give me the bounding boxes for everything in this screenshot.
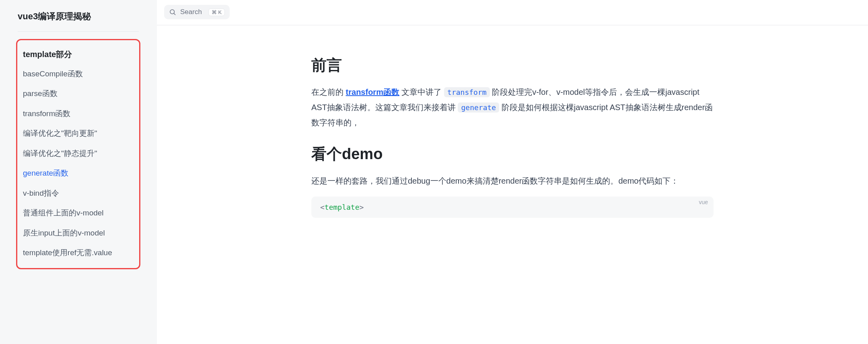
svg-line-1	[174, 13, 175, 14]
sidebar-item-component-v-model[interactable]: 普通组件上面的v-model	[19, 203, 138, 223]
heading-preface: 前言	[311, 55, 714, 76]
sidebar-item-base-compile[interactable]: baseCompile函数	[19, 64, 138, 84]
code-tag-name: template	[325, 203, 360, 211]
code-angle-open: <	[320, 203, 325, 211]
code-angle-close: >	[360, 203, 364, 211]
code-line: <template>	[320, 203, 705, 211]
sidebar: vue3编译原理揭秘 template部分 baseCompile函数 pars…	[0, 0, 157, 344]
svg-point-0	[170, 10, 175, 14]
code-transform: transform	[444, 87, 490, 97]
sidebar-nav-block: template部分 baseCompile函数 parse函数 transfo…	[16, 39, 140, 269]
search-icon	[169, 8, 176, 16]
search-button[interactable]: Search ⌘ K	[164, 5, 230, 19]
code-language-label: vue	[699, 199, 708, 205]
sidebar-item-template-ref[interactable]: template使用ref无需.value	[19, 243, 138, 262]
topbar: Search ⌘ K	[157, 0, 868, 25]
paragraph-demo-intro: 还是一样的套路，我们通过debug一个demo来搞清楚render函数字符串是如…	[311, 173, 714, 188]
main: Search ⌘ K 前言 在之前的 transform函数 文章中讲了 tra…	[157, 0, 868, 344]
sidebar-title: vue3编译原理揭秘	[16, 9, 140, 31]
search-shortcut: ⌘ K	[208, 8, 225, 16]
text-seg: 文章中讲了	[399, 88, 444, 96]
code-generate: generate	[458, 102, 499, 113]
sidebar-item-generate[interactable]: generate函数	[19, 163, 138, 183]
heading-demo: 看个demo	[311, 144, 714, 164]
sidebar-item-input-v-model[interactable]: 原生input上面的v-model	[19, 223, 138, 243]
sidebar-divider	[18, 31, 139, 32]
sidebar-item-v-bind[interactable]: v-bind指令	[19, 183, 138, 203]
link-transform-article[interactable]: transform函数	[346, 88, 399, 96]
sidebar-section-heading: template部分	[19, 47, 138, 64]
code-block: vue <template>	[311, 197, 714, 218]
article: 前言 在之前的 transform函数 文章中讲了 transform 阶段处理…	[303, 55, 722, 218]
sidebar-item-parse[interactable]: parse函数	[19, 84, 138, 103]
sidebar-item-static-hoist[interactable]: 编译优化之"静态提升"	[19, 143, 138, 163]
search-placeholder: Search	[180, 8, 202, 16]
sidebar-item-targeted-update[interactable]: 编译优化之"靶向更新"	[19, 123, 138, 143]
sidebar-item-transform[interactable]: transform函数	[19, 104, 138, 123]
paragraph-intro: 在之前的 transform函数 文章中讲了 transform 阶段处理完v-…	[311, 84, 714, 130]
text-seg: 在之前的	[311, 88, 346, 96]
content-scroll[interactable]: 前言 在之前的 transform函数 文章中讲了 transform 阶段处理…	[157, 25, 868, 344]
